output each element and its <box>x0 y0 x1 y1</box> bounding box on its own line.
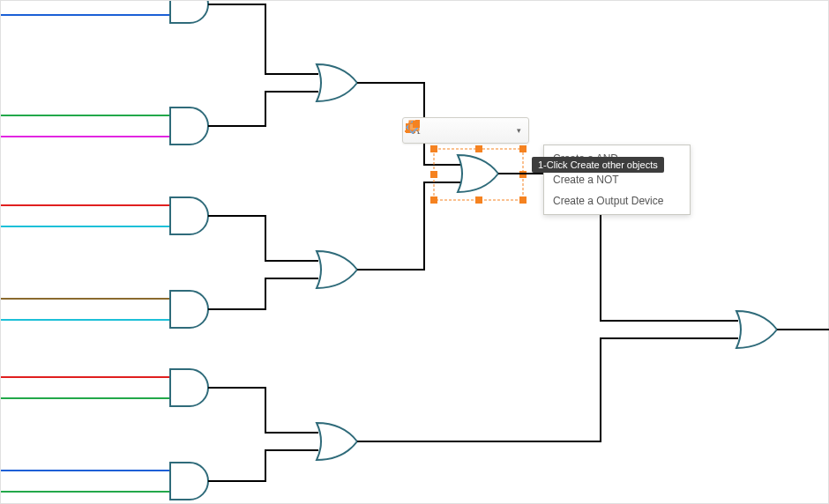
shape-stack-icon[interactable] <box>449 121 468 140</box>
svg-rect-15 <box>519 145 527 152</box>
wire-and2-or1[interactable] <box>208 92 318 126</box>
gate-and-3[interactable] <box>1 197 208 234</box>
svg-rect-16 <box>430 171 437 178</box>
connector-shape-tool-icon[interactable] <box>491 121 511 140</box>
wire-or2-or4[interactable] <box>357 182 461 270</box>
create-menu: Create a AND Create a NOT Create a Outpu… <box>543 145 691 215</box>
gate-or-1[interactable] <box>317 64 357 101</box>
svg-rect-13 <box>430 145 437 152</box>
svg-rect-19 <box>475 196 482 204</box>
wire-or3-final[interactable] <box>357 338 738 441</box>
gate-or-2[interactable] <box>317 251 357 288</box>
gate-or-3[interactable] <box>317 423 357 460</box>
svg-rect-20 <box>519 196 527 204</box>
diamond-tool-icon[interactable] <box>470 121 489 140</box>
quick-create-toolbar[interactable]: A ▾ <box>402 117 529 144</box>
gate-and-5[interactable] <box>1 369 208 406</box>
gate-or-final[interactable] <box>736 311 777 348</box>
gate-and-6[interactable] <box>1 463 208 500</box>
toolbar-dropdown-caret-icon[interactable]: ▾ <box>512 121 525 140</box>
connector-tool-icon[interactable] <box>428 121 447 140</box>
gate-or-selected[interactable] <box>458 155 498 192</box>
tooltip-create-other: 1-Click Create other objects <box>532 157 664 173</box>
wire-and1-or1[interactable] <box>208 4 318 74</box>
wire-and5-or3[interactable] <box>208 388 318 433</box>
svg-rect-14 <box>475 145 482 152</box>
menu-create-output-device[interactable]: Create a Output Device <box>544 190 690 211</box>
circuit-svg <box>1 1 829 504</box>
svg-rect-18 <box>430 196 437 204</box>
wire-and6-or3[interactable] <box>208 450 318 481</box>
gate-and-4[interactable] <box>1 291 208 328</box>
wire-and3-or2[interactable] <box>208 216 318 261</box>
circuit-canvas[interactable]: A ▾ Create a AND Create a NOT Create a O… <box>0 0 829 504</box>
gate-and-1[interactable] <box>1 1 208 23</box>
wire-and4-or2[interactable] <box>208 278 318 309</box>
gate-and-2[interactable] <box>1 107 208 145</box>
svg-rect-25 <box>413 121 420 128</box>
